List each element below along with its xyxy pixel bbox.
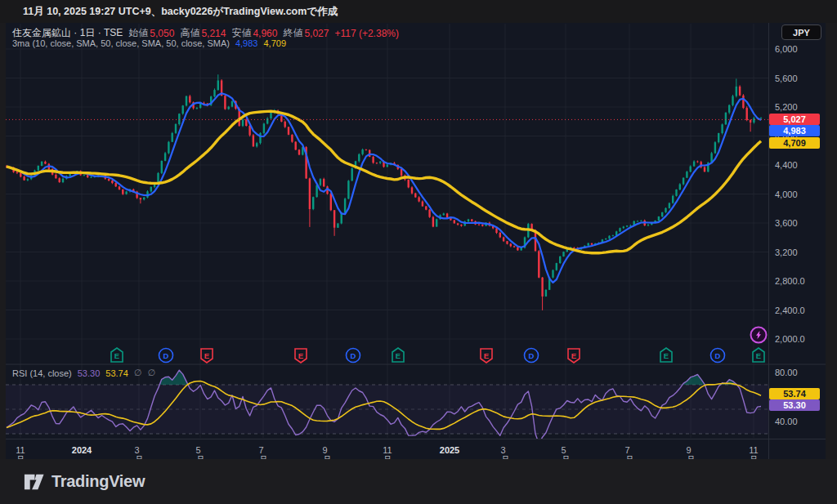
svg-text:D: D <box>351 351 356 360</box>
dividend-badge[interactable]: D <box>525 349 539 363</box>
tradingview-brand-text: TradingView <box>51 472 145 491</box>
earnings-badge[interactable]: E <box>481 349 492 363</box>
earnings-badge[interactable]: E <box>201 349 213 363</box>
price-tick-label: 4,400 <box>775 160 798 170</box>
legend-segment: 53.74 <box>105 368 128 378</box>
legend-segment: 終値 <box>283 26 302 40</box>
legend-segment: +117 (+2.38%) <box>334 28 399 39</box>
earnings-badge[interactable]: E <box>111 348 123 362</box>
earnings-badge[interactable]: E <box>295 349 307 363</box>
svg-text:E: E <box>204 351 209 360</box>
dividend-badge[interactable]: D <box>347 349 360 363</box>
legend-segment: 5,050 <box>150 28 174 39</box>
ma-indicator-legend[interactable]: 3ma (10, close, SMA, 50, close, SMA, 50,… <box>12 38 286 48</box>
svg-text:D: D <box>163 351 169 360</box>
price-tick-label: 6,000 <box>775 44 798 54</box>
rsi-value-label: 53.30 <box>769 399 820 411</box>
price-tick-label: 3,200 <box>775 248 798 257</box>
candlestick-series <box>6 74 762 310</box>
price-tick-label: 2,000.0 <box>775 334 805 344</box>
legend-segment: 53.30 <box>78 368 101 378</box>
rsi-tick-label: 80.00 <box>775 368 798 377</box>
svg-text:E: E <box>298 351 303 360</box>
chart-canvas[interactable]: EDEEDEEDEEDE <box>0 0 837 504</box>
legend-segment: RSI (14, close) <box>12 368 72 378</box>
svg-text:E: E <box>114 351 119 360</box>
earnings-badge[interactable]: E <box>392 348 404 362</box>
tradingview-logo[interactable]: TradingView <box>23 471 145 493</box>
rsi-ma-value-label: 53.74 <box>769 388 820 399</box>
svg-text:E: E <box>484 351 489 360</box>
earnings-badge[interactable]: E <box>568 349 580 363</box>
tradingview-mark-icon <box>23 471 45 493</box>
svg-text:E: E <box>664 351 669 360</box>
time-tick-year: 2025 <box>440 445 459 455</box>
svg-text:D: D <box>715 351 721 360</box>
price-tick-label: 4,000 <box>775 190 798 199</box>
legend-segment: 5,027 <box>304 28 329 39</box>
sma10-value-label: 4,983 <box>769 125 820 136</box>
price-tick-label: 5,600 <box>775 74 798 83</box>
svg-text:E: E <box>756 351 761 360</box>
legend-segment: 5,214 <box>201 28 226 39</box>
last-price-label: 5,027 <box>769 114 820 125</box>
alert-flash-icon[interactable] <box>751 328 767 343</box>
rsi-tick-label: 40.00 <box>775 417 798 426</box>
price-tick-label: 5,200 <box>775 102 798 112</box>
time-axis-separator <box>6 439 826 439</box>
currency-button[interactable]: JPY <box>781 25 821 40</box>
price-tick-label: 3,600 <box>775 218 798 228</box>
legend-segment: 4,960 <box>253 28 277 39</box>
svg-text:E: E <box>571 351 576 360</box>
price-tick-label: 2,400.0 <box>775 306 805 315</box>
legend-segment: 4,709 <box>263 38 286 48</box>
dividend-badge[interactable]: D <box>159 349 173 363</box>
legend-segment: ∅ <box>134 368 142 378</box>
price-tick-label: 2,800.0 <box>775 276 805 286</box>
earnings-badge[interactable]: E <box>753 348 764 362</box>
footer-bar: TradingView <box>0 459 837 504</box>
legend-segment: 3ma (10, close, SMA, 50, close, SMA, 50,… <box>12 38 230 48</box>
sma50-value-label: 4,709 <box>769 137 820 149</box>
legend-segment: ∅ <box>147 368 155 378</box>
time-tick-year: 2024 <box>72 445 92 455</box>
earnings-badge[interactable]: E <box>660 348 672 362</box>
sma-50-line <box>7 111 761 252</box>
rsi-indicator-legend[interactable]: RSI (14, close)53.3053.74∅∅ <box>12 368 155 378</box>
svg-text:E: E <box>396 351 401 360</box>
svg-text:D: D <box>529 351 535 360</box>
dividend-badge[interactable]: D <box>711 349 725 363</box>
legend-segment: 4,983 <box>235 38 258 48</box>
rsi-pane <box>6 385 768 434</box>
